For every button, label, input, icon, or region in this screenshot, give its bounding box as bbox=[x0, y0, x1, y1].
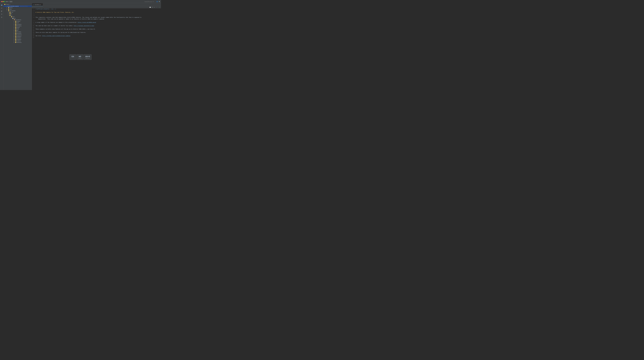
svg-line-8 bbox=[2, 8, 2, 8]
project-panel-title: Project bbox=[6, 4, 9, 5]
label-problems: problems bbox=[16, 40, 21, 41]
tree-item-completion[interactable]: ▶ 📁 completion bbox=[3, 24, 32, 25]
reader-mode-btn[interactable]: 📖 bbox=[149, 6, 151, 8]
folder-icon-refactoring: 📁 bbox=[15, 42, 16, 43]
project-panel-header: 📁 Project ▾ bbox=[3, 3, 32, 5]
label-analysis: analysis bbox=[16, 21, 20, 22]
tab-label-readme: README.md bbox=[34, 4, 41, 5]
line-1: 1 [![official project](...)](...) bbox=[32, 8, 161, 10]
sidebar-item-project[interactable] bbox=[0, 4, 3, 6]
tree-item-src[interactable]: ▾ 📁 src bbox=[3, 14, 32, 16]
folder-icon-code: 📁 bbox=[15, 22, 16, 23]
tab-close-btn[interactable]: ✕ bbox=[41, 4, 42, 5]
tree-item-idea[interactable]: ▶ 📁 .idea bbox=[3, 8, 32, 10]
label-entity: entity bbox=[16, 28, 19, 29]
line-9: 9 bbox=[32, 23, 161, 25]
tree-item-intentions[interactable]: ▶ 📁 intentions bbox=[3, 37, 32, 39]
label-refactoring: refactoring bbox=[16, 42, 21, 43]
user-icon[interactable]: 👤 bbox=[156, 1, 158, 2]
svg-rect-2 bbox=[1, 5, 2, 6]
svg-rect-1 bbox=[2, 5, 2, 5]
split-btn[interactable]: ⊞ bbox=[152, 6, 153, 8]
sidebar-item-bookmarks[interactable] bbox=[0, 13, 3, 15]
main-layout: 🔍 🔔 ⚙ ↕ 📁 Project ▾ ▾ 🗂 demo [intellij-s… bbox=[0, 3, 161, 90]
sidebar-item-plugins[interactable] bbox=[0, 16, 3, 19]
svg-rect-10 bbox=[1, 11, 2, 11]
tree-item-integration[interactable]: ▶ 📁 integration bbox=[3, 36, 32, 37]
sidebar-item-structure[interactable] bbox=[0, 10, 3, 12]
tree-item-inspections[interactable]: ▶ 📁 inspections bbox=[3, 34, 32, 36]
line-6: 6 This repository contains code that dem… bbox=[32, 17, 161, 18]
label-github: .github bbox=[10, 7, 12, 8]
sidebar-item-vcs[interactable] bbox=[0, 7, 3, 9]
chevron-down-icon[interactable]: ▾ bbox=[10, 4, 10, 5]
tree-item-flow[interactable]: ▶ 📁 flow bbox=[3, 30, 32, 31]
folder-icon-navigation: 📁 bbox=[15, 39, 16, 40]
tree-item-problems[interactable]: ▶ 📁 problems bbox=[3, 40, 32, 42]
label-idea: .idea bbox=[10, 9, 12, 10]
label-flow: flow bbox=[16, 30, 18, 31]
shortcut-git: Git bbox=[69, 54, 76, 60]
run-icon[interactable]: ▶ bbox=[151, 1, 152, 2]
tree-item-debugging[interactable]: ▶ 📁 debugging bbox=[3, 25, 32, 27]
tree-item-refactoring[interactable]: ▶ 📁 refactoring bbox=[3, 42, 32, 43]
line-5: 5 bbox=[32, 15, 161, 17]
tree-item-com-jetbrains[interactable]: ▾ 📦 com.jetbrains bbox=[3, 19, 32, 21]
svg-point-5 bbox=[2, 8, 2, 8]
tree-item-analysis[interactable]: ▶ 📁 analysis bbox=[3, 21, 32, 22]
label-generation: generation bbox=[16, 33, 21, 34]
editor-tabs: M↓ README.md ✕ bbox=[32, 3, 161, 6]
tree-item-java[interactable]: ▾ ☕ java bbox=[3, 17, 32, 19]
tree-item-formatting[interactable]: ▶ 📁 formatting bbox=[3, 31, 32, 33]
toggle-btn[interactable]: ⇔ bbox=[154, 6, 155, 8]
shortcut-overlay: Git ⌘9 macOS Alt+9 Win/Linux bbox=[69, 54, 92, 60]
more-toolbar-btn[interactable]: ⋮ bbox=[156, 6, 157, 8]
tree-item-code[interactable]: ▶ 📁 code bbox=[3, 22, 32, 24]
label-src: src bbox=[11, 15, 12, 16]
label-java: java bbox=[14, 18, 16, 19]
project-folder-icon: 📁 bbox=[4, 4, 6, 5]
tree-item-java-samples[interactable]: ▾ 📁 java-samples bbox=[3, 10, 32, 11]
editor-content[interactable]: 1 [![official project](...)](...) 2 3 # … bbox=[32, 8, 161, 90]
tree-root[interactable]: ▾ 🗂 demo [intellij-samples] ~/IdeaProjec… bbox=[3, 5, 32, 7]
close-button[interactable] bbox=[1, 1, 2, 2]
svg-point-6 bbox=[2, 8, 2, 9]
tree-item-lib[interactable]: ▶ 📁 lib bbox=[3, 13, 32, 14]
tree-item-editing[interactable]: ▶ 📁 editing bbox=[3, 27, 32, 28]
search-icon[interactable]: 🔍 bbox=[159, 1, 160, 2]
svg-rect-9 bbox=[1, 11, 2, 11]
traffic-lights bbox=[1, 1, 5, 2]
folder-icon-github: 📁 bbox=[8, 7, 10, 8]
folder-icon-lib: 📁 bbox=[10, 13, 11, 14]
tree-item-main[interactable]: ▾ 📁 main bbox=[3, 16, 32, 17]
maximize-button[interactable] bbox=[4, 1, 5, 2]
line-11: 11 bbox=[32, 27, 161, 28]
check-icon[interactable]: ✓ bbox=[159, 6, 160, 8]
line-16: 16 See also: https://github.com/trishage… bbox=[32, 35, 161, 37]
branch-pill[interactable]: main bbox=[9, 1, 12, 2]
label-navigation: navigation bbox=[16, 39, 21, 40]
more-icon[interactable]: ⋯ bbox=[154, 1, 156, 2]
file-tree: ▾ 🗂 demo [intellij-samples] ~/IdeaProjec… bbox=[3, 5, 32, 90]
tree-item-navigation[interactable]: ▶ 📁 navigation bbox=[3, 39, 32, 40]
minimize-button[interactable] bbox=[2, 1, 4, 2]
shortcut-alt9-key: Alt+9 bbox=[85, 55, 90, 58]
folder-icon-src: 📁 bbox=[10, 15, 11, 16]
label-mvn: .mvn bbox=[11, 12, 13, 13]
svg-line-7 bbox=[1, 8, 2, 8]
tree-item-entity[interactable]: ▶ 📁 entity bbox=[3, 28, 32, 30]
label-inspections: inspections bbox=[16, 34, 22, 35]
root-label: demo [intellij-samples] bbox=[8, 6, 19, 7]
folder-icon-integration: 📁 bbox=[15, 36, 16, 37]
line-8: 8 A large number of the features are dem… bbox=[32, 22, 161, 23]
line-7: 7 bbox=[32, 20, 161, 22]
label-debugging: debugging bbox=[16, 25, 21, 26]
tree-item-generation[interactable]: ▶ 📁 generation bbox=[3, 33, 32, 34]
tree-item-mvn[interactable]: ▶ 📁 .mvn bbox=[3, 11, 32, 13]
icon-bar: 🔍 🔔 ⚙ ↕ bbox=[0, 3, 3, 90]
app-name: demo bbox=[6, 1, 8, 2]
tree-item-github[interactable]: ▶ 📁 .github bbox=[3, 7, 32, 8]
folder-icon-flow: 📁 bbox=[15, 30, 16, 31]
settings-icon[interactable]: ⚙ bbox=[152, 1, 154, 2]
tab-readme[interactable]: M↓ README.md ✕ bbox=[32, 3, 43, 6]
